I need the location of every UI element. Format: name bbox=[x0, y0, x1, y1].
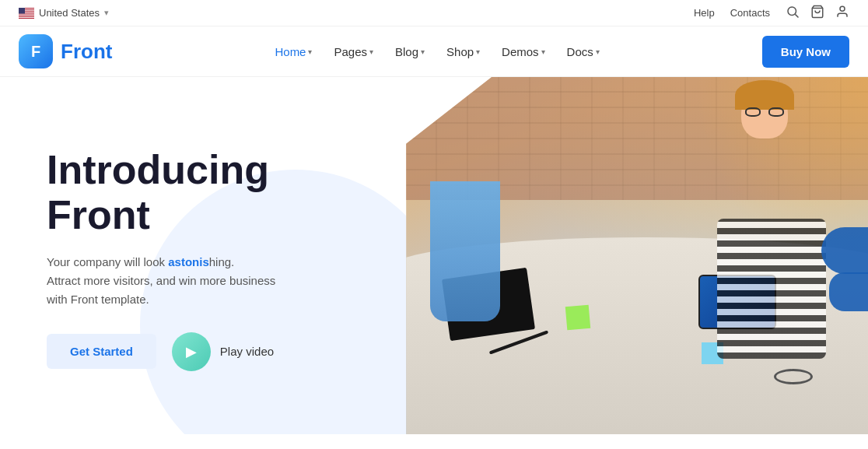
hero-subtext: Your company will look astonishing. Attr… bbox=[47, 253, 327, 309]
utility-icons bbox=[786, 5, 849, 21]
pages-chevron-icon: ▾ bbox=[369, 47, 373, 56]
get-started-button[interactable]: Get Started bbox=[47, 334, 156, 369]
woman-striped-shirt bbox=[717, 219, 826, 359]
woman-hair bbox=[735, 80, 794, 110]
nav-home[interactable]: Home ▾ bbox=[265, 39, 321, 65]
svg-rect-7 bbox=[19, 8, 25, 14]
navbar: F Front Home ▾ Pages ▾ Blog ▾ Shop ▾ Dem… bbox=[0, 26, 868, 77]
svg-rect-4 bbox=[19, 13, 34, 14]
country-label: United States bbox=[39, 7, 100, 19]
play-icon: ▶ bbox=[172, 332, 211, 371]
sticky-note-green bbox=[565, 305, 591, 331]
utility-right: Help Contacts bbox=[694, 5, 849, 21]
glasses-left-lens bbox=[745, 107, 761, 117]
nav-pages[interactable]: Pages ▾ bbox=[324, 39, 383, 65]
us-flag-icon bbox=[19, 8, 34, 19]
logo-text: Front bbox=[61, 40, 112, 64]
svg-line-9 bbox=[795, 14, 798, 17]
contacts-link[interactable]: Contacts bbox=[730, 7, 770, 19]
glasses bbox=[774, 369, 813, 384]
svg-point-11 bbox=[840, 6, 845, 11]
highlight-text: astonis bbox=[168, 255, 209, 268]
play-video-button[interactable]: ▶ Play video bbox=[172, 332, 274, 371]
cart-icon[interactable] bbox=[810, 5, 824, 21]
person-right-arm bbox=[829, 272, 868, 311]
glasses-right-lens bbox=[768, 107, 784, 117]
nav-blog[interactable]: Blog ▾ bbox=[386, 39, 434, 65]
help-link[interactable]: Help bbox=[694, 7, 715, 19]
blog-chevron-icon: ▾ bbox=[421, 47, 425, 56]
play-video-label: Play video bbox=[220, 345, 274, 358]
man-arm bbox=[430, 181, 500, 321]
hex-clipped-image bbox=[406, 77, 868, 434]
office-scene bbox=[406, 77, 868, 434]
shop-chevron-icon: ▾ bbox=[476, 47, 480, 56]
user-icon[interactable] bbox=[835, 5, 849, 21]
hero-actions: Get Started ▶ Play video bbox=[47, 332, 415, 371]
country-chevron: ▾ bbox=[104, 8, 109, 18]
buy-now-button[interactable]: Buy Now bbox=[762, 36, 849, 68]
hero-left: Introducing Front Your company will look… bbox=[0, 77, 434, 434]
woman-head bbox=[741, 88, 788, 139]
logo-icon: F bbox=[19, 34, 53, 68]
hero-image-area bbox=[406, 77, 868, 434]
country-selector[interactable]: United States ▾ bbox=[19, 7, 109, 19]
nav-shop[interactable]: Shop ▾ bbox=[437, 39, 489, 65]
home-chevron-icon: ▾ bbox=[308, 47, 312, 56]
nav-links: Home ▾ Pages ▾ Blog ▾ Shop ▾ Demos ▾ Doc… bbox=[265, 39, 608, 65]
nav-docs[interactable]: Docs ▾ bbox=[558, 39, 609, 65]
hero-image-container bbox=[406, 77, 868, 434]
blue-jeans-arm bbox=[821, 227, 868, 274]
svg-point-8 bbox=[788, 7, 796, 16]
svg-rect-6 bbox=[19, 16, 34, 17]
docs-chevron-icon: ▾ bbox=[596, 47, 600, 56]
utility-bar: United States ▾ Help Contacts bbox=[0, 0, 868, 26]
demos-chevron-icon: ▾ bbox=[541, 47, 545, 56]
svg-rect-5 bbox=[19, 15, 34, 16]
hero-section: Introducing Front Your company will look… bbox=[0, 77, 868, 434]
hero-heading: Introducing Front bbox=[47, 148, 415, 237]
logo-area[interactable]: F Front bbox=[19, 34, 112, 68]
nav-demos[interactable]: Demos ▾ bbox=[492, 39, 555, 65]
search-icon[interactable] bbox=[786, 5, 800, 21]
